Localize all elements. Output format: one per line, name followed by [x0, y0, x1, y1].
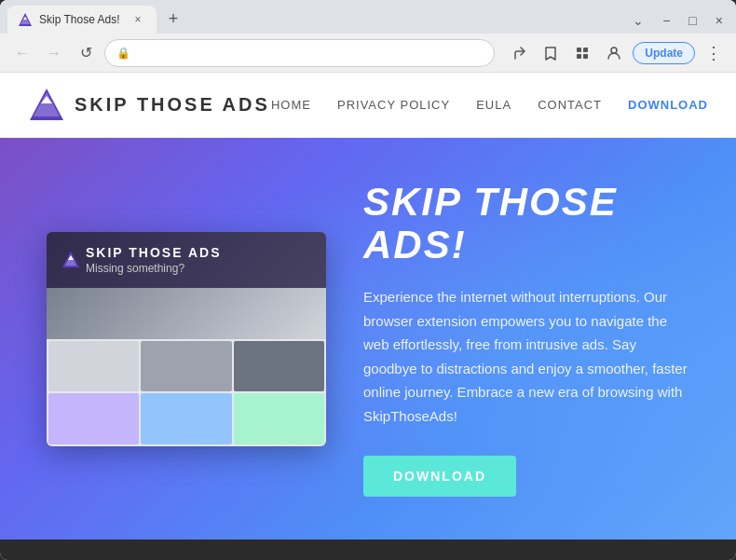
nav-download[interactable]: DOWNLOAD	[628, 98, 708, 112]
browser-window: Skip Those Ads! × + ⌄ − □ × ← → ↺ 🔒	[0, 0, 736, 560]
tab-close-button[interactable]: ×	[130, 12, 145, 27]
window-close-button[interactable]: ×	[710, 11, 729, 30]
address-bar[interactable]: 🔒	[104, 39, 495, 67]
logo-text: SKIP THOSE ADS	[75, 94, 270, 116]
hero-text-block: SKIP THOSE ADS! Experience the internet …	[363, 181, 689, 497]
svg-point-7	[611, 48, 617, 53]
update-button[interactable]: Update	[633, 42, 695, 64]
site-navigation: Home Privacy Policy EULA Contact DOWNLOA…	[270, 98, 708, 112]
lock-icon: 🔒	[116, 47, 130, 60]
tab-title: Skip Those Ads!	[39, 13, 123, 26]
navigation-bar: ← → ↺ 🔒	[0, 34, 736, 73]
profile-button[interactable]	[601, 40, 627, 66]
mock-overlay-text: SKIP THOSE ADS Missing something?	[86, 245, 221, 275]
svg-rect-6	[583, 54, 588, 59]
svg-rect-3	[577, 48, 581, 52]
svg-rect-4	[583, 48, 588, 52]
page-content: SKIP THOSE ADS Home Privacy Policy EULA …	[0, 73, 736, 540]
hero-section: SKIP THOSE ADS Missing something? SKIP T…	[0, 138, 736, 540]
mock-logo: SKIP THOSE ADS Missing something?	[61, 245, 221, 275]
nav-eula[interactable]: EULA	[476, 98, 511, 112]
hero-download-button[interactable]: DOWNLOAD	[363, 456, 516, 497]
forward-button[interactable]: →	[41, 40, 67, 66]
nav-privacy[interactable]: Privacy Policy	[337, 98, 450, 112]
extension-button[interactable]	[569, 40, 595, 66]
svg-rect-5	[577, 54, 581, 59]
share-button[interactable]	[506, 40, 532, 66]
tab-bar: Skip Those Ads! × + ⌄ − □ ×	[0, 0, 736, 34]
minimize-button[interactable]: −	[657, 11, 675, 30]
tab-bar-controls: ⌄ − □ ×	[190, 11, 729, 34]
site-logo: SKIP THOSE ADS	[28, 87, 270, 124]
new-tab-button[interactable]: +	[160, 6, 186, 32]
nav-contact[interactable]: Contact	[538, 98, 602, 112]
svg-marker-9	[34, 92, 60, 116]
tab-favicon	[19, 13, 32, 26]
active-tab[interactable]: Skip Those Ads! ×	[7, 6, 157, 34]
back-button[interactable]: ←	[9, 40, 35, 66]
hero-title: SKIP THOSE ADS!	[363, 181, 689, 266]
maximize-button[interactable]: □	[683, 11, 702, 30]
nav-actions: Update ⋮	[506, 40, 727, 66]
logo-icon	[28, 87, 65, 124]
nav-home[interactable]: Home	[271, 98, 311, 112]
screenshot-mockup: SKIP THOSE ADS Missing something?	[47, 232, 326, 446]
site-header: SKIP THOSE ADS Home Privacy Policy EULA …	[0, 73, 736, 138]
bookmark-button[interactable]	[538, 40, 564, 66]
hero-description: Experience the internet without interrup…	[363, 285, 689, 428]
mock-overlay: SKIP THOSE ADS Missing something?	[47, 232, 326, 288]
collapse-button[interactable]: ⌄	[627, 11, 649, 30]
browser-screenshot: SKIP THOSE ADS Missing something?	[47, 232, 326, 446]
bottom-bar	[0, 540, 736, 560]
reload-button[interactable]: ↺	[73, 40, 99, 66]
browser-menu-button[interactable]: ⋮	[701, 40, 727, 66]
